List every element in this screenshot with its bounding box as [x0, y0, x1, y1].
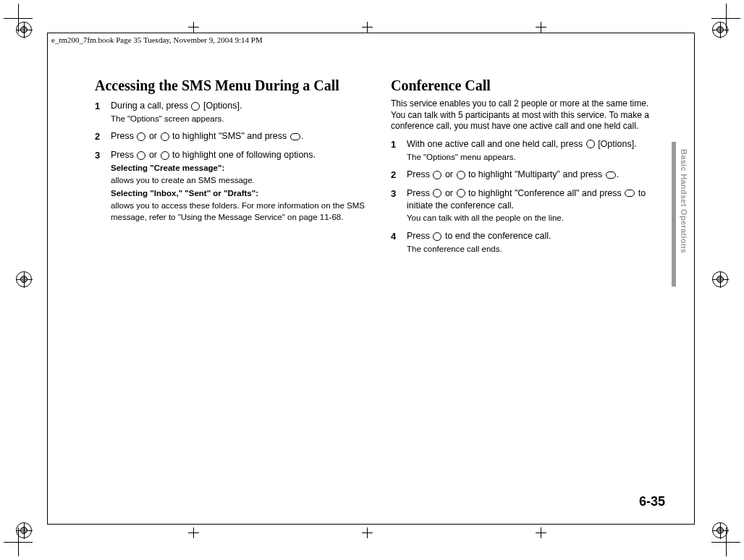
intro-text: This service enables you to call 2 peopl…	[391, 98, 665, 132]
page-frame: e_tm200_7fm.book Page 35 Tuesday, Novemb…	[47, 33, 695, 525]
header-path: e_tm200_7fm.book Page 35 Tuesday, Novemb…	[51, 35, 263, 44]
text: .	[301, 131, 303, 141]
step-note: You can talk with all the people on the …	[407, 213, 665, 224]
content-area: Accessing the SMS Menu During a Call 1 D…	[95, 77, 665, 495]
text: or	[442, 169, 455, 179]
heading-conference: Conference Call	[391, 77, 665, 94]
step-number: 2	[95, 130, 111, 143]
text: Press	[407, 231, 432, 241]
step-body: Press or to highlight "SMS" and press .	[111, 130, 369, 143]
step-number: 1	[391, 138, 407, 163]
down-key-icon	[161, 151, 169, 160]
step-number: 3	[95, 149, 111, 223]
registration-mark	[712, 271, 728, 287]
step-note: The "Options" screen appears.	[111, 114, 369, 125]
up-key-icon	[137, 132, 145, 141]
text: Press	[111, 150, 136, 160]
step-body: Press or to highlight "Multiparty" and p…	[407, 169, 665, 182]
down-key-icon	[457, 189, 465, 198]
text: to highlight one of following options.	[170, 150, 316, 160]
step-2: 2 Press or to highlight "SMS" and press …	[95, 130, 369, 143]
step-body: Press or to highlight "Conference all" a…	[407, 187, 665, 224]
step-1: 1 With one active call and one held call…	[391, 138, 665, 163]
step-body: Press to end the conference call. The co…	[407, 230, 665, 255]
text: During a call, press	[111, 101, 190, 111]
crop-mark	[188, 22, 199, 33]
text: With one active call and one held call, …	[407, 139, 586, 149]
text: or	[146, 150, 159, 160]
text: Press	[407, 188, 432, 198]
step-number: 4	[391, 230, 407, 255]
options-key-icon	[586, 140, 595, 148]
step-number: 3	[391, 187, 407, 224]
step-note: The conference call ends.	[407, 244, 665, 255]
crop-mark	[188, 527, 199, 538]
up-key-icon	[433, 189, 441, 198]
select-key-icon	[606, 171, 616, 179]
select-key-icon	[290, 133, 300, 140]
down-key-icon	[457, 171, 465, 179]
step-3: 3 Press or to highlight "Conference all"…	[391, 187, 665, 224]
options-key-icon	[191, 102, 200, 111]
text: to highlight "Multiparty" and press	[466, 169, 605, 179]
text: or	[442, 188, 455, 198]
down-key-icon	[161, 132, 169, 141]
registration-mark	[16, 522, 32, 538]
page-number: 6-35	[639, 494, 665, 509]
side-tab	[672, 142, 676, 287]
crop-mark	[362, 22, 373, 33]
step-3: 3 Press or to highlight one of following…	[95, 149, 369, 223]
step-body: With one active call and one held call, …	[407, 138, 665, 163]
text: Press	[407, 169, 432, 179]
registration-mark	[16, 271, 32, 287]
sub-heading: Selecting "Inbox," "Sent" or "Drafts":	[111, 188, 369, 200]
text: to highlight "SMS" and press	[170, 131, 289, 141]
text: [Options].	[596, 139, 637, 149]
heading-sms-menu: Accessing the SMS Menu During a Call	[95, 77, 369, 94]
step-body: During a call, press [Options]. The "Opt…	[111, 100, 369, 124]
text: Press	[111, 131, 136, 141]
right-column: Conference Call This service enables you…	[391, 77, 665, 495]
step-note: The "Options" menu appears.	[407, 152, 665, 164]
step-4: 4 Press to end the conference call. The …	[391, 230, 665, 255]
up-key-icon	[433, 171, 441, 179]
sub-text: allows you to access these folders. For …	[111, 200, 369, 223]
sub-text: allows you to create an SMS message.	[111, 175, 369, 187]
text: to highlight "Conference all" and press	[466, 188, 625, 198]
step-1: 1 During a call, press [Options]. The "O…	[95, 100, 369, 124]
step-2: 2 Press or to highlight "Multiparty" and…	[391, 169, 665, 182]
crop-mark	[536, 527, 546, 538]
text: to end the conference call.	[442, 231, 551, 241]
select-key-icon	[625, 190, 635, 197]
step-body: Press or to highlight one of following o…	[111, 149, 369, 223]
crop-mark	[536, 22, 546, 33]
text: or	[146, 131, 159, 141]
up-key-icon	[137, 151, 145, 160]
registration-mark	[712, 522, 728, 538]
sub-heading: Selecting "Create message":	[111, 163, 369, 174]
text: [Options].	[200, 101, 242, 111]
registration-mark	[712, 22, 728, 38]
side-section-label: Basic Handset Operations	[680, 149, 688, 253]
end-key-icon	[433, 232, 441, 241]
step-number: 2	[391, 169, 407, 182]
registration-mark	[16, 22, 32, 38]
text: .	[617, 169, 619, 179]
step-number: 1	[95, 100, 111, 124]
crop-mark	[362, 527, 373, 538]
left-column: Accessing the SMS Menu During a Call 1 D…	[95, 77, 369, 495]
